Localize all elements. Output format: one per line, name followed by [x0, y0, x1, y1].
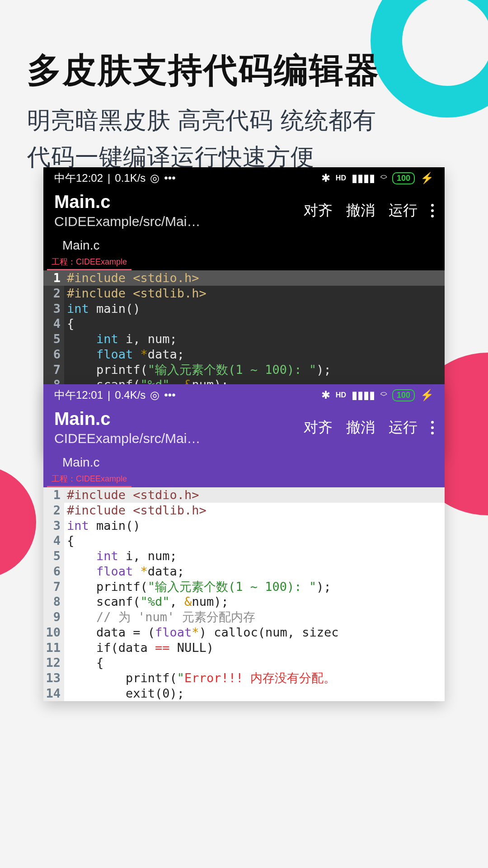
tab-main-c[interactable]: Main.c [56, 236, 106, 255]
code-line[interactable]: 5 int i, num; [43, 331, 445, 347]
code-content[interactable]: #include <stdio.h> [64, 270, 445, 286]
undo-button[interactable]: 撤消 [346, 418, 375, 438]
line-number: 5 [43, 331, 64, 347]
code-content[interactable]: { [64, 655, 445, 670]
status-time: 中午12:01 [54, 388, 103, 402]
line-number: 2 [43, 286, 64, 301]
line-number: 4 [43, 316, 64, 331]
line-number: 8 [43, 594, 64, 609]
code-content[interactable]: { [64, 533, 445, 548]
status-speed: 0.1K/s [115, 172, 145, 184]
statusbar-light: 中午12:01 | 0.4K/s ◎ ••• ✱ HD ▮▮▮▮ ⌔ 100 ⚡ [43, 384, 445, 405]
code-line[interactable]: 6 float *data; [43, 347, 445, 362]
code-line[interactable]: 7 printf("输入元素个数(1 ~ 100): "); [43, 579, 445, 594]
no-disturb-icon: ◎ [150, 389, 160, 401]
code-line[interactable]: 4{ [43, 533, 445, 548]
bluetooth-icon: ✱ [321, 389, 330, 401]
code-content[interactable]: int main() [64, 518, 445, 533]
line-number: 13 [43, 670, 64, 686]
code-line[interactable]: 1#include <stdio.h> [43, 270, 445, 286]
code-content[interactable]: printf("输入元素个数(1 ~ 100): "); [64, 579, 445, 594]
appbar-dark: Main.c CIDEExample/src/Mai… 对齐 撤消 运行 [43, 188, 445, 234]
line-number: 5 [43, 548, 64, 564]
code-content[interactable]: float *data; [64, 347, 445, 362]
run-button[interactable]: 运行 [389, 418, 418, 438]
align-button[interactable]: 对齐 [304, 418, 333, 438]
wifi-icon: ⌔ [380, 389, 387, 401]
code-content[interactable]: int main() [64, 301, 445, 316]
code-content[interactable]: #include <stdio.h> [64, 487, 445, 503]
code-line[interactable]: 11 if(data == NULL) [43, 640, 445, 656]
line-number: 11 [43, 640, 64, 656]
statusbar-dark: 中午12:02 | 0.1K/s ◎ ••• ✱ HD ▮▮▮▮ ⌔ 100 ⚡ [43, 167, 445, 188]
line-number: 7 [43, 579, 64, 594]
signal-icon: ▮▮▮▮ [352, 172, 375, 184]
code-line[interactable]: 14 exit(0); [43, 686, 445, 701]
code-line[interactable]: 4{ [43, 316, 445, 331]
more-dots-icon: ••• [164, 389, 175, 401]
no-disturb-icon: ◎ [150, 172, 160, 184]
line-number: 9 [43, 609, 64, 625]
battery-indicator: 100 [392, 172, 415, 184]
code-content[interactable]: #include <stdlib.h> [64, 286, 445, 301]
line-number: 14 [43, 686, 64, 701]
file-title: Main.c [54, 409, 304, 429]
code-content[interactable]: // 为 'num' 元素分配内存 [64, 609, 445, 625]
code-line[interactable]: 7 printf("输入元素个数(1 ~ 100): "); [43, 362, 445, 377]
signal-icon: ▮▮▮▮ [352, 389, 375, 401]
phone-light: 中午12:01 | 0.4K/s ◎ ••• ✱ HD ▮▮▮▮ ⌔ 100 ⚡… [43, 384, 445, 701]
code-line[interactable]: 6 float *data; [43, 564, 445, 579]
code-line[interactable]: 9 // 为 'num' 元素分配内存 [43, 609, 445, 625]
code-line[interactable]: 8 scanf("%d", &num); [43, 594, 445, 609]
overflow-menu-icon[interactable] [431, 204, 434, 217]
editor-light[interactable]: 1#include <stdio.h>2#include <stdlib.h>3… [43, 487, 445, 701]
line-number: 4 [43, 533, 64, 548]
undo-button[interactable]: 撤消 [346, 201, 375, 221]
code-line[interactable]: 3int main() [43, 301, 445, 316]
code-content[interactable]: printf("输入元素个数(1 ~ 100): "); [64, 362, 445, 377]
code-content[interactable]: scanf("%d", &num); [64, 594, 445, 609]
line-number: 10 [43, 625, 64, 640]
file-path: CIDEExample/src/Mai… [54, 431, 304, 446]
status-sep: | [108, 389, 110, 401]
more-dots-icon: ••• [164, 172, 175, 184]
status-time: 中午12:02 [54, 171, 103, 185]
decor-circle-left [0, 466, 36, 579]
code-content[interactable]: if(data == NULL) [64, 640, 445, 656]
project-label: 工程：CIDEExample [47, 472, 131, 487]
line-number: 1 [43, 270, 64, 286]
status-sep: | [108, 172, 110, 184]
code-line[interactable]: 2#include <stdlib.h> [43, 503, 445, 518]
line-number: 3 [43, 518, 64, 533]
appbar-light: Main.c CIDEExample/src/Mai… 对齐 撤消 运行 [43, 405, 445, 451]
code-line[interactable]: 5 int i, num; [43, 548, 445, 564]
code-content[interactable]: float *data; [64, 564, 445, 579]
code-content[interactable]: #include <stdlib.h> [64, 503, 445, 518]
code-content[interactable]: printf("Error!!! 内存没有分配。 [64, 670, 445, 686]
code-content[interactable]: data = (float*) calloc(num, sizec [64, 625, 445, 640]
code-line[interactable]: 13 printf("Error!!! 内存没有分配。 [43, 670, 445, 686]
code-content[interactable]: exit(0); [64, 686, 445, 701]
hero: 多皮肤支持代码编辑器 明亮暗黑皮肤 高亮代码 统统都有 代码一键编译运行快速方便 [27, 47, 461, 175]
align-button[interactable]: 对齐 [304, 201, 333, 221]
tab-main-c[interactable]: Main.c [56, 453, 106, 472]
file-title: Main.c [54, 192, 304, 212]
line-number: 2 [43, 503, 64, 518]
code-line[interactable]: 3int main() [43, 518, 445, 533]
run-button[interactable]: 运行 [389, 201, 418, 221]
line-number: 6 [43, 347, 64, 362]
code-content[interactable]: int i, num; [64, 548, 445, 564]
code-content[interactable]: int i, num; [64, 331, 445, 347]
line-number: 1 [43, 487, 64, 503]
hero-line1: 明亮暗黑皮肤 高亮代码 统统都有 [27, 102, 461, 139]
code-line[interactable]: 1#include <stdio.h> [43, 487, 445, 503]
bluetooth-icon: ✱ [321, 172, 330, 184]
code-line[interactable]: 2#include <stdlib.h> [43, 286, 445, 301]
overflow-menu-icon[interactable] [431, 421, 434, 434]
code-line[interactable]: 10 data = (float*) calloc(num, sizec [43, 625, 445, 640]
tabbar-light: Main.c [43, 451, 445, 472]
code-line[interactable]: 12 { [43, 655, 445, 670]
status-speed: 0.4K/s [115, 389, 145, 401]
project-label: 工程：CIDEExample [47, 255, 131, 270]
code-content[interactable]: { [64, 316, 445, 331]
